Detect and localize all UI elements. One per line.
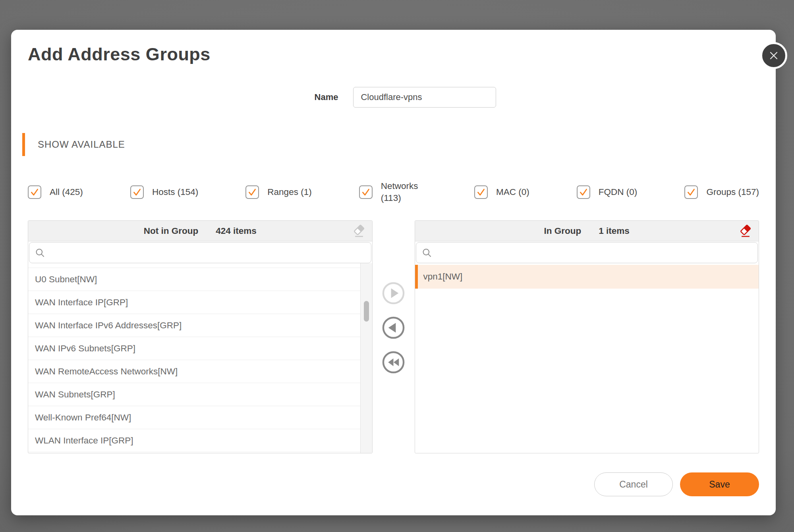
- filter-groups[interactable]: Groups (157): [684, 185, 759, 199]
- in-group-search-input[interactable]: [416, 242, 758, 263]
- not-in-group-body: U0 Subnet[NW] WAN Interface IP[GRP] WAN …: [28, 263, 372, 453]
- clear-selection-eraser-icon[interactable]: [352, 224, 367, 239]
- checkbox-checked-icon: [684, 185, 698, 199]
- filter-label: Networks (113): [381, 180, 427, 204]
- list-item-selected[interactable]: vpn1[NW]: [415, 265, 759, 289]
- dialog-title: Add Address Groups: [28, 44, 759, 65]
- checkbox-checked-icon: [577, 185, 590, 199]
- filter-label: All (425): [50, 186, 83, 198]
- cancel-button[interactable]: Cancel: [594, 472, 673, 496]
- not-in-group-search: [29, 242, 371, 263]
- checkbox-checked-icon: [359, 185, 373, 199]
- show-available-section: SHOW AVAILABLE: [22, 133, 759, 156]
- checkbox-checked-icon: [474, 185, 488, 199]
- dialog-footer: Cancel Save: [28, 472, 759, 496]
- filter-label: Ranges (1): [267, 186, 311, 198]
- not-in-group-list: U0 Subnet[NW] WAN Interface IP[GRP] WAN …: [28, 263, 360, 453]
- checkbox-checked-icon: [28, 185, 41, 199]
- filter-mac[interactable]: MAC (0): [474, 185, 529, 199]
- list-item[interactable]: WAN IPv6 Subnets[GRP]: [28, 337, 360, 360]
- filter-label: Groups (157): [706, 186, 759, 198]
- checkbox-checked-icon: [130, 185, 144, 199]
- in-group-panel: In Group 1 items: [415, 220, 759, 453]
- filter-ranges[interactable]: Ranges (1): [245, 185, 311, 199]
- transfer-controls: [373, 220, 415, 453]
- arrow-right-icon: [382, 281, 405, 305]
- list-item[interactable]: WAN Subnets[GRP]: [28, 383, 360, 406]
- arrow-left-icon: [382, 316, 405, 339]
- name-field-row: Name: [52, 87, 759, 108]
- move-all-left-button[interactable]: [382, 351, 405, 374]
- not-in-group-search-input[interactable]: [29, 242, 371, 263]
- list-item[interactable]: WAN Interface IP[GRP]: [28, 291, 360, 314]
- panel-count: 1 items: [599, 226, 630, 236]
- filter-hosts[interactable]: Hosts (154): [130, 185, 198, 199]
- in-group-list: vpn1[NW]: [415, 263, 759, 453]
- in-group-header: In Group 1 items: [415, 221, 759, 241]
- filter-networks[interactable]: Networks (113): [359, 180, 427, 204]
- not-in-group-header: Not in Group 424 items: [28, 221, 372, 241]
- close-icon: [768, 50, 780, 62]
- move-left-button[interactable]: [382, 316, 405, 339]
- section-title: SHOW AVAILABLE: [38, 139, 125, 150]
- scrollbar-track[interactable]: [360, 263, 372, 453]
- scrollbar-thumb[interactable]: [364, 301, 369, 322]
- panel-title: Not in Group: [144, 226, 198, 236]
- close-button[interactable]: [760, 42, 787, 69]
- move-right-button[interactable]: [382, 281, 405, 305]
- filter-all[interactable]: All (425): [28, 185, 83, 199]
- panel-title: In Group: [544, 226, 581, 236]
- filter-label: MAC (0): [496, 186, 529, 198]
- name-label: Name: [315, 92, 338, 102]
- list-item[interactable]: WAN RemoteAccess Networks[NW]: [28, 360, 360, 383]
- list-item[interactable]: U0 Subnet[NW]: [28, 268, 360, 291]
- panel-count: 424 items: [216, 226, 257, 236]
- checkbox-checked-icon: [245, 185, 259, 199]
- list-item[interactable]: WAN Interface IPv6 Addresses[GRP]: [28, 314, 360, 337]
- list-item[interactable]: Well-Known Pref64[NW]: [28, 406, 360, 429]
- clear-group-eraser-icon[interactable]: [738, 224, 753, 239]
- double-arrow-left-icon: [382, 351, 405, 374]
- add-address-groups-dialog: Add Address Groups Name SHOW AVAILABLE A…: [11, 30, 776, 515]
- section-accent-bar: [22, 133, 25, 156]
- not-in-group-panel: Not in Group 424 items: [28, 220, 373, 453]
- filter-fqdn[interactable]: FQDN (0): [577, 185, 638, 199]
- name-input[interactable]: [353, 87, 496, 108]
- filter-row: All (425) Hosts (154) Ranges (1) Network…: [28, 178, 759, 206]
- in-group-search: [416, 242, 758, 263]
- list-item[interactable]: WLAN Interface IP[GRP]: [28, 429, 360, 452]
- filter-label: FQDN (0): [599, 186, 638, 198]
- filter-label: Hosts (154): [152, 186, 198, 198]
- save-button[interactable]: Save: [680, 472, 759, 496]
- list-row-partial: [28, 263, 360, 268]
- dual-list-area: Not in Group 424 items: [28, 220, 759, 453]
